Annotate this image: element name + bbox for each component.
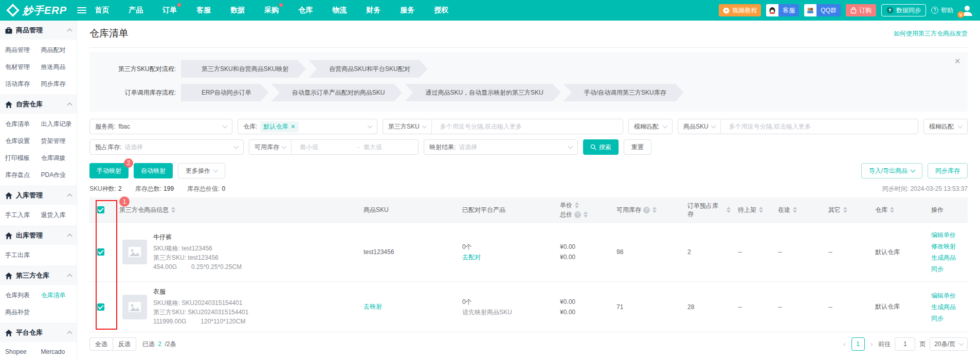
sidebar-item[interactable]: 同步库存 (41, 76, 77, 93)
operation-link[interactable]: 同步 (931, 313, 968, 324)
sidebar-section-header[interactable]: 平台仓库 (0, 323, 77, 342)
sidebar-item[interactable]: 商品补货 (5, 304, 41, 321)
sort-icon[interactable] (584, 211, 588, 218)
import-export-button[interactable]: 导入/导出商品 (861, 163, 922, 178)
order-purchase-button[interactable]: 订购 (846, 4, 876, 16)
sidebar-item[interactable]: 退货入库 (41, 207, 77, 224)
sidebar-item[interactable]: 商品配对 (41, 42, 77, 59)
product-sku-type-select[interactable]: 商品SKU (678, 119, 721, 134)
operation-link[interactable]: 生成商品 (931, 301, 968, 313)
sort-icon[interactable] (843, 207, 847, 213)
nav-item[interactable]: 订单 (162, 6, 177, 15)
sidebar-item[interactable]: 货架管理 (41, 133, 77, 150)
tag-remove-icon[interactable]: ✕ (291, 123, 295, 130)
row-checkbox[interactable] (97, 303, 104, 311)
nav-item[interactable]: 服务 (400, 6, 414, 15)
sort-icon[interactable] (575, 202, 579, 208)
search-button[interactable]: 搜索 (583, 139, 619, 155)
sort-icon[interactable] (171, 207, 175, 213)
sidebar-item[interactable]: 库存盘点 (5, 167, 41, 184)
operation-link[interactable]: 编辑单价 (931, 229, 968, 241)
app-logo[interactable]: 妙手ERP (6, 4, 67, 17)
help-button[interactable]: ? 帮助 (931, 6, 953, 15)
sort-icon[interactable] (759, 207, 763, 213)
nav-item[interactable]: 财务 (366, 6, 380, 15)
sidebar-item[interactable]: Mercado (41, 344, 77, 359)
sidebar-item[interactable]: 手工入库 (5, 207, 41, 224)
auto-map-button[interactable]: 自动映射 (134, 163, 173, 178)
help-icon[interactable]: ? (574, 211, 581, 218)
operation-link[interactable]: 同步 (931, 263, 968, 275)
nav-item[interactable]: 物流 (332, 6, 347, 15)
third-sku-type-select[interactable]: 第三方SKU (383, 119, 432, 134)
more-operations-button[interactable]: 更多操作 (178, 163, 225, 178)
sidebar-section-header[interactable]: 自营仓库 (0, 95, 77, 114)
row-checkbox[interactable] (97, 248, 104, 256)
data-sync-button[interactable]: 数据同步 (881, 4, 926, 16)
sidebar-item[interactable]: 包材管理 (5, 59, 41, 76)
operation-link[interactable]: 编辑单价 (931, 290, 968, 301)
provider-select[interactable]: 服务商: fbac (89, 119, 232, 134)
sort-icon[interactable] (890, 207, 894, 213)
sidebar-section-header[interactable]: 入库管理 (0, 186, 77, 205)
next-page-icon[interactable]: › (869, 340, 875, 348)
stock-type-select[interactable]: 可用库存 (249, 140, 292, 154)
nav-item[interactable]: 首页 (95, 6, 109, 15)
product-sku-input[interactable] (729, 123, 913, 130)
sidebar-item[interactable]: 仓库清单 (41, 287, 77, 304)
select-all-checkbox[interactable] (97, 206, 104, 213)
sidebar-item[interactable]: 出入库记录 (41, 116, 77, 133)
sort-icon[interactable] (727, 207, 731, 213)
video-tutorial-button[interactable]: 视频教程 (719, 4, 761, 16)
sidebar-item[interactable]: 推送商品 (41, 59, 77, 76)
operation-link[interactable]: 修改映射 (931, 241, 968, 252)
sidebar-item[interactable]: PDA作业 (41, 167, 77, 184)
go-map-link[interactable]: 去映射 (364, 303, 382, 310)
mapping-result-select[interactable]: 映射结果: 请选择 (424, 139, 578, 155)
page-size-select[interactable]: 20条/页 (930, 337, 968, 351)
user-avatar[interactable]: V (960, 4, 974, 17)
match-mode-select-2[interactable]: 模糊匹配 (923, 119, 968, 134)
nav-item[interactable]: 仓库 (298, 6, 313, 15)
invert-select-button[interactable]: 反选 (113, 337, 136, 351)
nav-item[interactable]: 产品 (129, 6, 143, 15)
third-sku-input[interactable] (440, 123, 618, 130)
sort-icon[interactable] (793, 207, 797, 213)
select-all-button[interactable]: 全选 (89, 337, 113, 351)
operation-link[interactable]: 生成商品 (931, 252, 968, 263)
help-icon[interactable]: ? (643, 207, 650, 213)
nav-item[interactable]: 数据 (230, 6, 245, 15)
sidebar-section-header[interactable]: 第三方仓库 (0, 266, 77, 285)
reset-button[interactable]: 重置 (624, 139, 651, 155)
nav-item[interactable]: 采购 (264, 6, 279, 15)
menu-toggle-icon[interactable] (77, 7, 86, 13)
customer-service-button[interactable]: 客服 (766, 4, 799, 16)
sync-stock-button[interactable]: 同步库存 (928, 163, 968, 178)
qq-group-button[interactable]: QQ群 (804, 4, 841, 16)
warehouse-select[interactable]: 仓库: 默认仓库 ✕ (238, 119, 377, 134)
nav-item[interactable]: 客服 (196, 6, 211, 15)
sidebar-item[interactable]: 打印模板 (5, 150, 41, 167)
close-icon[interactable]: ✕ (954, 57, 960, 65)
reserve-stock-select[interactable]: 预占库存: 请选择 (89, 139, 244, 155)
go-pair-link[interactable]: 去配对 (462, 252, 553, 262)
min-value-input[interactable] (300, 143, 353, 151)
nav-item[interactable]: 授权 (434, 6, 448, 15)
prev-page-icon[interactable]: ‹ (842, 340, 847, 348)
sidebar-section-header[interactable]: 商品管理 (0, 21, 77, 40)
goto-page-input[interactable] (895, 337, 915, 351)
sort-icon[interactable] (652, 207, 657, 213)
sidebar-item[interactable]: 仓库列表 (5, 287, 41, 304)
sidebar-item[interactable]: 仓库调拨 (41, 150, 77, 167)
sidebar-item[interactable]: 商品管理 (5, 42, 41, 59)
sidebar-item[interactable]: 手工出库 (5, 247, 41, 264)
page-number-button[interactable]: 1 (851, 337, 865, 351)
sidebar-item[interactable]: 仓库设置 (5, 133, 41, 150)
help-doc-link[interactable]: 如何使用第三方仓商品发货 (894, 29, 968, 38)
sidebar-item[interactable]: 仓库清单 (5, 116, 41, 133)
sidebar-item[interactable]: 活动库存 (5, 76, 41, 93)
manual-map-button[interactable]: 手动映射 2 (89, 163, 129, 178)
match-mode-select-1[interactable]: 模糊匹配 (628, 119, 673, 134)
sidebar-section-header[interactable]: 出库管理 (0, 226, 77, 245)
sidebar-item[interactable]: Shopee (5, 344, 41, 359)
